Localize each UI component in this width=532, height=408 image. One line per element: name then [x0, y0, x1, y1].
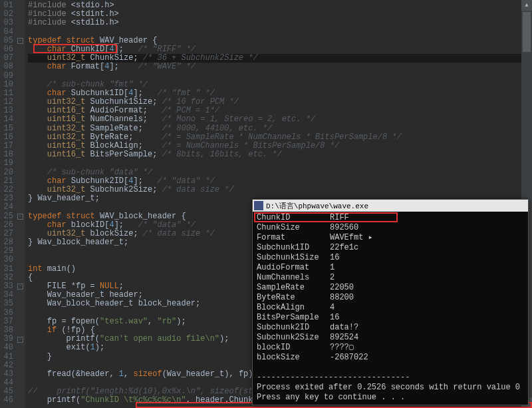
terminal-row: Subchunk1ID22fe1c	[257, 243, 524, 253]
line-number-gutter: 0102030405060708091011121314151617181920…	[0, 0, 16, 408]
terminal-row: BlockAlign4	[257, 303, 524, 313]
terminal-body: ChunkIDRIFFChunkSize892560FormatWAVEfmt …	[253, 212, 528, 404]
code-line[interactable]: uint16_t BitsPerSample; /* 8bits, 16bits…	[28, 150, 532, 159]
terminal-line: --------------------------------	[257, 373, 524, 383]
terminal-row: FormatWAVEfmt ▸	[257, 233, 524, 243]
terminal-line: Press any key to continue . . .	[257, 393, 524, 403]
terminal-row: blockSize-2687022	[257, 353, 524, 363]
terminal-line: Process exited after 0.2526 seconds with…	[257, 383, 524, 393]
terminal-row: blockID????▢	[257, 343, 524, 353]
fold-toggle[interactable]: -	[17, 337, 23, 343]
code-line[interactable]: uint32_t Subchunk2Size; /* data size */	[28, 186, 532, 194]
terminal-row: BitsPerSample16	[257, 313, 524, 323]
terminal-row: ByteRate88200	[257, 293, 524, 303]
terminal-line	[257, 363, 524, 373]
terminal-row: Subchunk2Size892524	[257, 333, 524, 343]
code-line[interactable]: #include <stdlib.h>	[28, 19, 532, 27]
fold-toggle[interactable]: -	[17, 214, 23, 220]
terminal-row: Subchunk1Size16	[257, 253, 524, 263]
terminal-icon	[254, 201, 263, 210]
code-line[interactable]: char Format[4]; /* "WAVE" */	[28, 63, 532, 71]
terminal-row: ChunkSize892560	[257, 223, 524, 233]
terminal-row: AudioFormat1	[257, 263, 524, 273]
fold-toggle[interactable]: -	[17, 284, 23, 290]
terminal-row: Subchunk2IDdata!?	[257, 323, 524, 333]
terminal-titlebar[interactable]: D:\语言\phpwave\wave.exe	[253, 200, 528, 212]
terminal-window[interactable]: D:\语言\phpwave\wave.exe ChunkIDRIFFChunkS…	[252, 199, 529, 405]
fold-column[interactable]: ----	[16, 0, 25, 408]
terminal-title: D:\语言\phpwave\wave.exe	[266, 201, 368, 211]
fold-toggle[interactable]: -	[17, 38, 23, 44]
scrollbar-thumb[interactable]	[523, 12, 531, 52]
terminal-row: ChunkIDRIFF	[257, 213, 524, 223]
terminal-row: NumChannels2	[257, 273, 524, 283]
terminal-row: SampleRate22050	[257, 283, 524, 293]
scroll-up-icon[interactable]: ▲	[521, 0, 532, 11]
